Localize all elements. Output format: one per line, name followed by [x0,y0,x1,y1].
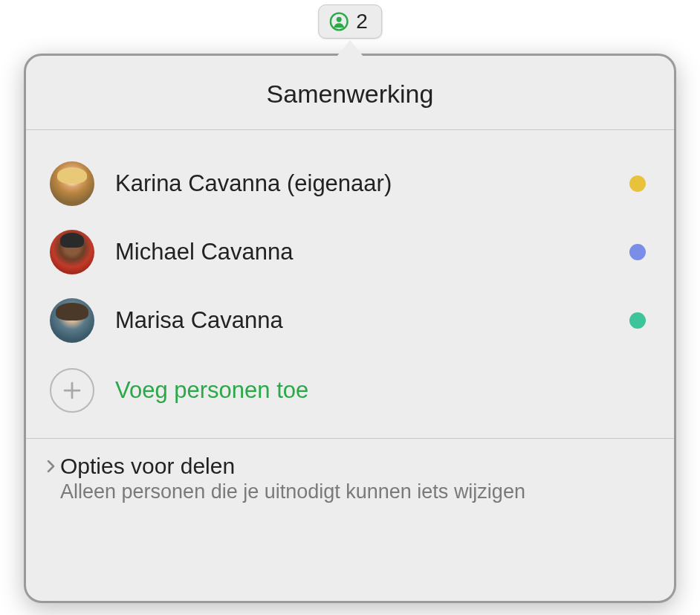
share-options-subtitle: Alleen personen die je uitnodigt kunnen … [45,480,652,503]
collaboration-popover: Samenwerking Karina Cavanna (eigenaar) M… [24,54,676,603]
avatar [50,298,94,343]
status-dot [629,312,646,329]
svg-point-1 [337,17,342,22]
person-circle-icon [329,12,349,31]
collaboration-pill-button[interactable]: 2 [318,4,382,39]
participant-row[interactable]: Karina Cavanna (eigenaar) [44,149,652,218]
status-dot [629,244,646,260]
participant-row[interactable]: Michael Cavanna [44,218,652,286]
popover-title: Samenwerking [26,56,674,130]
share-options-section[interactable]: Opties voor delen Alleen personen die je… [26,438,674,520]
participants-list: Karina Cavanna (eigenaar) Michael Cavann… [26,130,674,438]
participant-row[interactable]: Marisa Cavanna [44,286,652,355]
collaboration-count: 2 [356,10,368,33]
plus-circle-icon [50,368,94,413]
share-options-title: Opties voor delen [60,454,235,479]
add-people-label: Voeg personen toe [115,377,308,404]
participant-name: Karina Cavanna (eigenaar) [115,170,609,197]
participant-name: Marisa Cavanna [115,307,609,334]
participant-name: Michael Cavanna [115,239,609,265]
status-dot [629,176,646,192]
chevron-right-icon [45,458,57,474]
avatar [50,230,94,274]
add-people-button[interactable]: Voeg personen toe [44,355,652,431]
popover-arrow [337,40,363,57]
avatar [50,161,94,206]
